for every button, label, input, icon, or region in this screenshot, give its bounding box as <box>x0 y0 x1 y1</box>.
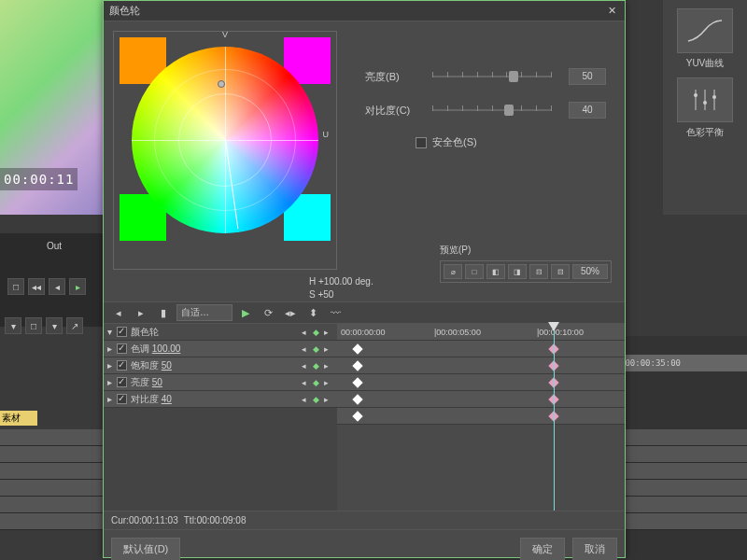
brightness-value[interactable]: 50 <box>569 68 606 85</box>
kf-ruler[interactable]: 00:00:00:00 |00:00:05:00 |00:00:10:00 <box>337 324 625 341</box>
tool-b[interactable]: □ <box>25 317 42 334</box>
kf-play-button[interactable]: ▶ <box>236 304 255 321</box>
toolbar-secondary: ▾ □ ▾ ↗ <box>5 317 83 334</box>
preview-link-icon[interactable]: ⌀ <box>444 264 462 279</box>
axis-v-label: V <box>222 30 228 39</box>
bg-timeline-ruler[interactable]: |00:00:35:00 <box>616 355 747 371</box>
wheel-handle[interactable] <box>218 80 225 88</box>
kf-graph-icon[interactable]: 〰 <box>326 304 345 321</box>
dialog-title: 颜色轮 <box>109 4 604 18</box>
effects-sidebar: YUV曲线 色彩平衡 <box>663 0 747 215</box>
preview-panel: 预览(P) ⌀ □ ◧ ◨ ⊟ ⊟ 50% <box>440 244 612 283</box>
cancel-button[interactable]: 取消 <box>572 538 617 560</box>
track-row-colorwheel[interactable]: ▾ 颜色轮 ◂◆▸ <box>104 324 337 341</box>
transport-buttons: □ ◂◂ ◂ ▸ <box>7 278 86 295</box>
preview-mode-2[interactable]: ◧ <box>486 264 505 279</box>
fit-dropdown[interactable]: 自适… <box>176 304 233 321</box>
brightness-label: 亮度(B) <box>365 70 416 84</box>
kf-next-icon[interactable]: ▸ <box>324 328 333 337</box>
kf-tool-1[interactable]: ◂▸ <box>281 304 300 321</box>
tool-d[interactable]: ↗ <box>66 317 83 334</box>
track-checkbox[interactable] <box>117 327 127 337</box>
contrast-value[interactable]: 40 <box>569 102 606 119</box>
color-balance-button[interactable] <box>677 77 733 122</box>
stop-button[interactable]: □ <box>7 278 24 295</box>
kf-menu-icon[interactable]: ▮ <box>154 304 173 321</box>
kf-add-icon[interactable]: ◆ <box>313 328 322 337</box>
preview-percent[interactable]: 50% <box>572 264 608 279</box>
preview-mode-3[interactable]: ◨ <box>508 264 527 279</box>
brightness-slider[interactable] <box>432 76 552 77</box>
preview-mode-5[interactable]: ⊟ <box>551 264 570 279</box>
status-bar: Cur:00:00:11:03 Ttl:00:00:09:08 <box>104 511 625 529</box>
curve-icon <box>686 17 724 45</box>
hs-readout: H +100.00 deg. S +50 <box>309 275 393 288</box>
kf-tool-2[interactable]: ⬍ <box>303 304 322 321</box>
play-button[interactable]: ▸ <box>69 278 86 295</box>
clip-label[interactable]: 素材 <box>0 411 37 426</box>
keyframe-toolbar: ◂ ▸ ▮ 自适… ▶ ⟳ ◂▸ ⬍ 〰 <box>104 301 625 324</box>
default-button[interactable]: 默认值(D) <box>111 538 180 560</box>
balance-label: 色彩平衡 <box>668 126 742 139</box>
sliders-icon <box>688 86 722 114</box>
svg-point-1 <box>694 93 698 97</box>
dialog-titlebar[interactable]: 颜色轮 ✕ <box>104 1 625 21</box>
track-row-hue[interactable]: ▸ 色调 100.00 ◂◆▸ <box>104 341 337 357</box>
safe-color-row: 安全色(S) <box>416 135 606 149</box>
track-checkbox[interactable] <box>117 377 127 387</box>
preview-label: 预览(P) <box>440 244 612 257</box>
kf-next-icon[interactable]: ▸ <box>132 304 150 321</box>
svg-point-5 <box>712 95 716 99</box>
axis-u-label: U <box>323 130 330 139</box>
yuv-curve-button[interactable] <box>677 8 733 53</box>
close-icon[interactable]: ✕ <box>604 4 619 19</box>
contrast-slider[interactable] <box>432 109 552 111</box>
svg-point-3 <box>703 101 707 105</box>
preview-mode-1[interactable]: □ <box>465 264 484 279</box>
kf-prev-icon[interactable]: ◂ <box>302 328 311 337</box>
contrast-label: 对比度(C) <box>365 104 416 118</box>
ok-button[interactable]: 确定 <box>520 538 565 560</box>
safe-color-checkbox[interactable] <box>416 137 427 148</box>
track-row-saturation[interactable]: ▸ 饱和度 50 ◂◆▸ <box>104 357 337 374</box>
preview-timecode: 00:00:11 <box>0 168 78 190</box>
kf-loop-icon[interactable]: ⟳ <box>259 304 277 321</box>
expand-icon[interactable]: ▾ <box>107 327 117 337</box>
kf-prev-icon[interactable]: ◂ <box>109 304 128 321</box>
keyframe-tracks: ▾ 颜色轮 ◂◆▸ ▸ 色调 100.00 ◂◆▸ ▸ 饱和度 50 ◂◆▸ ▸… <box>104 324 625 511</box>
track-row-brightness[interactable]: ▸ 亮度 50 ◂◆▸ <box>104 374 337 391</box>
tool-c[interactable]: ▾ <box>46 317 63 334</box>
preview-mode-4[interactable]: ⊟ <box>529 264 548 279</box>
prev-button[interactable]: ◂ <box>49 278 65 295</box>
contrast-row: 对比度(C) 40 <box>365 102 606 119</box>
dialog-buttons: 默认值(D) 确定 取消 <box>104 529 625 560</box>
track-checkbox[interactable] <box>117 394 127 404</box>
out-label: Out <box>47 241 62 251</box>
yuv-label: YUV曲线 <box>668 57 742 70</box>
safe-color-label: 安全色(S) <box>432 135 477 149</box>
rewind-button[interactable]: ◂◂ <box>28 278 45 295</box>
track-checkbox[interactable] <box>117 360 127 371</box>
playhead[interactable] <box>554 324 555 511</box>
keyframe-area[interactable]: 00:00:00:00 |00:00:05:00 |00:00:10:00 <box>337 324 625 511</box>
color-wheel-panel: V U H +100.00 deg. S +50 <box>113 31 337 292</box>
track-row-contrast[interactable]: ▸ 对比度 40 ◂◆▸ <box>104 391 337 408</box>
color-wheel[interactable] <box>132 47 318 233</box>
tool-a[interactable]: ▾ <box>5 317 21 334</box>
keyframe-icon[interactable] <box>352 343 362 354</box>
track-checkbox[interactable] <box>117 343 127 354</box>
brightness-row: 亮度(B) 50 <box>365 68 606 85</box>
track-list: ▾ 颜色轮 ◂◆▸ ▸ 色调 100.00 ◂◆▸ ▸ 饱和度 50 ◂◆▸ ▸… <box>104 324 337 511</box>
color-wheel-dialog: 颜色轮 ✕ V U H +100.00 deg. S +50 <box>103 0 626 558</box>
